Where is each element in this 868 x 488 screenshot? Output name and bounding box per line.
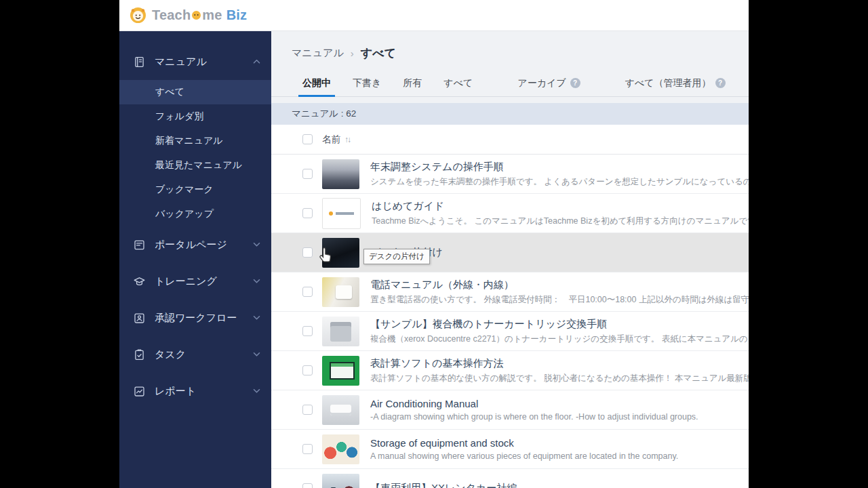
sidebar-subitem-label: 最近見たマニュアル — [155, 159, 242, 171]
top-header: Teach me Biz — [119, 0, 749, 31]
tab-archive[interactable]: アーカイブ ? — [507, 75, 591, 96]
logo-me: me — [202, 7, 222, 23]
sidebar-item-recently-viewed[interactable]: 最近見たマニュアル — [119, 153, 271, 178]
manual-description: Teachme Bizへようこそ。 このマニュアルはTeachme Bizを初め… — [372, 216, 749, 227]
manual-row[interactable]: 電話マニュアル（外線・内線） 置き型電話器の使い方です。 外線電話受付時間： 平… — [271, 272, 749, 312]
sidebar-item-reports[interactable]: レポート — [119, 373, 271, 409]
task-icon — [133, 348, 146, 361]
row-checkbox[interactable] — [302, 326, 313, 336]
manual-description: -A diagram showing which group is where … — [370, 412, 749, 422]
row-checkbox[interactable] — [302, 365, 313, 375]
tab-label: 下書き — [353, 77, 381, 89]
sidebar-item-new-manuals[interactable]: 新着マニュアル — [119, 129, 271, 153]
teachme-biz-logo[interactable]: Teach me Biz — [129, 6, 247, 24]
thumbnail-teachme-logo-image[interactable] — [322, 198, 361, 229]
sidebar-item-training[interactable]: トレーニング — [119, 263, 271, 300]
chevron-down-icon — [253, 242, 260, 247]
sidebar-item-bookmarks[interactable]: ブックマーク — [119, 178, 271, 202]
sidebar-item-label: トレーニング — [155, 275, 217, 288]
row-checkbox[interactable] — [302, 169, 313, 179]
sidebar-subitem-label: 新着マニュアル — [155, 135, 223, 147]
list-header-row: 名前 ↑↓ — [271, 125, 749, 155]
manual-title-link[interactable]: Air Conditioning Manual — [370, 398, 749, 409]
sidebar-item-label: ポータルページ — [155, 239, 227, 251]
logo-sun-icon — [129, 6, 147, 24]
tab-label: アーカイブ — [517, 77, 566, 89]
manual-row[interactable]: 【車両利用】XXレンタカー社編 — [271, 469, 749, 488]
row-checkbox[interactable] — [302, 405, 313, 415]
sidebar-item-label: マニュアル — [155, 56, 207, 68]
thumbnail-spreadsheet-screen-image[interactable] — [322, 356, 359, 386]
manual-row[interactable]: Air Conditioning Manual -A diagram showi… — [271, 390, 749, 430]
tab-all-admin[interactable]: すべて（管理者用） ? — [614, 75, 736, 96]
sidebar-item-all-manuals[interactable]: すべて — [119, 80, 271, 104]
manual-list: 名前 ↑↓ 年末調整システムの操作手順 システムを使った年末調整の操作手順です。… — [271, 125, 749, 488]
sidebar-item-label: タスク — [155, 348, 186, 361]
sidebar-item-manuals[interactable]: マニュアル — [119, 43, 271, 80]
row-checkbox[interactable] — [302, 247, 313, 258]
manual-row[interactable]: 【サンプル】複合機のトナーカートリッジ交換手順 複合機（xerox Docuce… — [271, 312, 749, 351]
select-all-checkbox[interactable] — [302, 134, 313, 144]
sidebar-item-tasks[interactable]: タスク — [119, 336, 271, 373]
tab-drafts[interactable]: 下書き — [342, 75, 392, 96]
thumbnail-storage-illustration[interactable] — [322, 434, 359, 464]
tab-label: すべて — [443, 77, 473, 89]
sidebar-item-portal-pages[interactable]: ポータルページ — [119, 226, 271, 263]
manual-title-link[interactable]: 【車両利用】XXレンタカー社編 — [370, 482, 749, 488]
sidebar-item-backup[interactable]: バックアップ — [119, 202, 271, 226]
manual-title-link[interactable]: 表計算ソフトの基本操作方法 — [370, 357, 749, 370]
row-checkbox[interactable] — [302, 444, 313, 454]
manual-icon — [133, 56, 146, 68]
manual-description: 複合機（xerox Docucentre c2271）のトナーカートリッジの交換… — [370, 333, 749, 345]
thumbnail-office-people-photo[interactable] — [322, 159, 359, 189]
logo-biz: Biz — [226, 7, 248, 23]
name-column-header: 名前 — [322, 134, 340, 146]
sidebar-subitem-label: バックアップ — [155, 208, 214, 220]
tab-label: すべて（管理者用） — [625, 77, 711, 89]
sort-icon[interactable]: ↑↓ — [344, 135, 350, 144]
thumbnail-air-conditioner-photo[interactable] — [322, 395, 359, 425]
row-checkbox[interactable] — [302, 208, 313, 218]
manual-row-hovered[interactable]: デスクの片付け デスクの片付け — [271, 233, 749, 272]
row-checkbox[interactable] — [302, 483, 313, 488]
manual-title-link[interactable]: 【サンプル】複合機のトナーカートリッジ交換手順 — [370, 318, 749, 331]
thumbnail-rental-car-photo[interactable] — [322, 474, 359, 488]
manual-count-bar: マニュアル : 62 — [271, 103, 749, 125]
manual-row[interactable]: 年末調整システムの操作手順 システムを使った年末調整の操作手順です。 よくあるパ… — [271, 155, 749, 194]
tab-published[interactable]: 公開中 — [292, 75, 342, 96]
thumbnail-copier-photo[interactable] — [322, 317, 359, 346]
sidebar-item-label: 承認ワークフロー — [155, 312, 237, 325]
manual-row[interactable]: Storage of equipment and stock A manual … — [271, 430, 749, 469]
logo-teach: Teach — [152, 7, 191, 23]
manual-row[interactable]: 表計算ソフトの基本操作方法 表計算ソフトの基本的な使い方の解説です。 脱初心者に… — [271, 351, 749, 390]
logo-text: Teach me Biz — [152, 7, 247, 23]
tab-owned[interactable]: 所有 — [392, 75, 433, 96]
logo-owl-icon — [191, 10, 201, 20]
main-content: マニュアル › すべて 公開中 下書き 所有 すべて アーカイブ — [271, 31, 749, 488]
manual-row[interactable]: はじめてガイド Teachme Bizへようこそ。 このマニュアルはTeachm… — [271, 194, 749, 233]
chevron-down-icon — [253, 279, 260, 284]
tab-all[interactable]: すべて — [433, 75, 484, 96]
help-icon[interactable]: ? — [570, 78, 580, 88]
breadcrumb-manuals-link[interactable]: マニュアル — [292, 47, 344, 60]
hover-tooltip: デスクの片付け — [363, 249, 430, 264]
chevron-down-icon — [253, 388, 260, 394]
breadcrumb: マニュアル › すべて — [271, 31, 749, 75]
manual-description: A manual showing where various pieces of… — [370, 451, 749, 461]
sidebar-item-by-folder[interactable]: フォルダ別 — [119, 104, 271, 129]
manual-title-link[interactable]: はじめてガイド — [372, 200, 749, 213]
thumbnail-desk-phone-photo[interactable] — [322, 277, 359, 307]
cursor-pointer-icon — [318, 247, 334, 267]
training-icon — [133, 275, 146, 288]
spacer — [271, 97, 749, 103]
sidebar-subitem-label: フォルダ別 — [155, 110, 203, 123]
chevron-down-icon — [253, 315, 260, 321]
row-checkbox[interactable] — [302, 287, 313, 297]
manual-title-link[interactable]: Storage of equipment and stock — [370, 437, 749, 449]
help-icon[interactable]: ? — [715, 78, 726, 88]
manual-title-link[interactable]: 電話マニュアル（外線・内線） — [370, 279, 749, 291]
sidebar-item-approval-workflow[interactable]: 承認ワークフロー — [119, 300, 271, 336]
manual-description: システムを使った年末調整の操作手順です。 よくあるパターンを想定したサンプルにな… — [370, 176, 749, 188]
sidebar-nav: マニュアル すべて フォルダ別 新着マニュアル 最近見たマニュアル ブックマーク — [119, 31, 271, 488]
manual-title-link[interactable]: 年末調整システムの操作手順 — [370, 161, 749, 174]
